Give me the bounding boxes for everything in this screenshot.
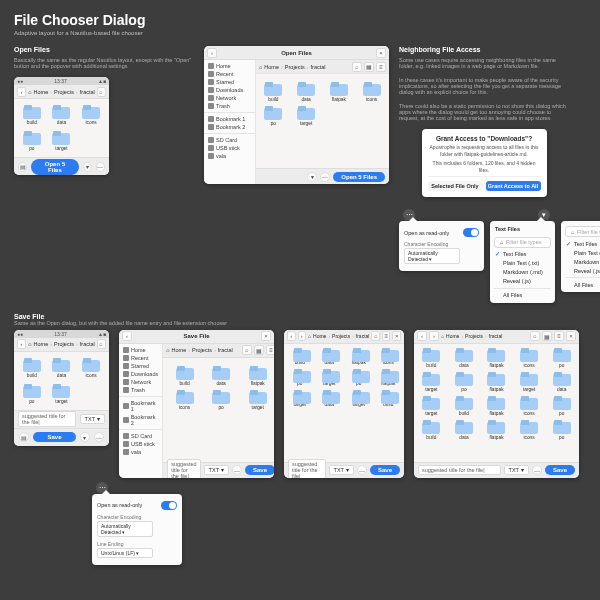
filter-item[interactable]: Reveal (.js) (561, 266, 600, 275)
options-icon[interactable]: ⋯ (232, 465, 242, 475)
back-button[interactable]: ‹ (17, 339, 26, 349)
options-icon[interactable]: ⋯ (320, 172, 330, 182)
folder-item[interactable]: target (516, 372, 543, 392)
folder-item[interactable]: target (347, 390, 371, 407)
sidebar-item[interactable]: Bookmark 2 (119, 413, 162, 427)
save-button[interactable]: Save (245, 465, 274, 475)
filter-search[interactable]: ⌕ Filter file types (494, 237, 551, 248)
breadcrumb[interactable]: ⌂Home›Projects›fractal (28, 341, 95, 347)
folder-item[interactable]: data (451, 348, 478, 368)
ext-dropdown[interactable]: TXT ▾ (329, 465, 354, 475)
folder-item[interactable]: data (48, 358, 76, 378)
sidebar-item-starred[interactable]: Starred (204, 78, 255, 86)
folder-item[interactable]: po (548, 396, 575, 416)
sidebar-item[interactable]: Starred (119, 362, 162, 370)
search-icon[interactable]: ⌕ (530, 331, 540, 341)
folder-item[interactable]: target (418, 396, 445, 416)
folder-item[interactable]: po (18, 131, 46, 151)
folder-item[interactable]: icons (167, 390, 202, 410)
folder-item[interactable]: target (293, 106, 320, 126)
line-ending-dropdown[interactable]: Unix/Linux (LF) ▾ (97, 548, 153, 558)
folder-item[interactable]: data (293, 82, 320, 102)
readonly-toggle[interactable] (161, 501, 177, 510)
folder-item[interactable]: data (204, 366, 239, 386)
folder-item[interactable]: build (418, 420, 445, 440)
sidebar-item-bookmark[interactable]: Bookmark 1 (204, 112, 255, 123)
folder-item[interactable]: data (451, 420, 478, 440)
sidebar-item-sdcard[interactable]: SD Card (204, 133, 255, 144)
forward-button[interactable]: › (429, 331, 439, 341)
sidebar-item[interactable]: Home (119, 346, 162, 354)
folder-item[interactable]: po (548, 348, 575, 368)
save-button[interactable]: Save (370, 465, 400, 475)
menu-icon[interactable]: ≡ (554, 331, 564, 341)
sidebar-item[interactable]: Downloads (119, 370, 162, 378)
search-icon[interactable]: ⌕ (97, 339, 106, 349)
selected-only-button[interactable]: Selected File Only (428, 181, 483, 191)
folder-item[interactable]: flatpak (326, 82, 353, 102)
sidebar-item-vala[interactable]: vala (204, 152, 255, 160)
sidebar-item-downloads[interactable]: Downloads (204, 86, 255, 94)
sidebar-item-home[interactable]: Home (204, 62, 255, 70)
close-icon[interactable]: × (261, 331, 271, 341)
ext-dropdown[interactable]: TXT ▾ (504, 465, 529, 475)
breadcrumb[interactable]: ⌂Home›Projects›fractal (441, 333, 528, 339)
encoding-dropdown[interactable]: Automatically Detected ▾ (97, 521, 153, 537)
sidebar-toggle-icon[interactable]: ▤ (18, 162, 27, 172)
back-button[interactable]: ‹ (207, 48, 217, 58)
folder-item[interactable]: build (377, 390, 401, 407)
folder-item[interactable]: po (347, 369, 371, 386)
filter-all[interactable]: All Files (490, 291, 555, 300)
sidebar-item-recent[interactable]: Recent (204, 70, 255, 78)
view-icon[interactable]: ▦ (542, 331, 552, 341)
view-icon[interactable]: ▦ (254, 345, 264, 355)
options-icon[interactable]: ⋯ (532, 465, 542, 475)
folder-item[interactable]: data (48, 105, 76, 125)
folder-item[interactable]: target (288, 390, 312, 407)
sidebar-item-usb[interactable]: USB stick (204, 144, 255, 152)
options-icon[interactable]: ⋯ (94, 432, 104, 442)
sidebar-item[interactable]: vala (119, 448, 162, 456)
folder-item[interactable]: target (48, 131, 76, 151)
folder-item[interactable]: target (48, 384, 76, 404)
filter-search[interactable]: ⌕ Filter file types (565, 226, 600, 237)
folder-item[interactable]: icons (77, 105, 105, 125)
options-icon[interactable]: ⋯ (357, 465, 367, 475)
folder-item[interactable]: icons (516, 396, 543, 416)
close-icon[interactable]: × (376, 48, 386, 58)
filter-item[interactable]: Markdown (.md) (561, 257, 600, 266)
folder-item[interactable]: po (18, 384, 46, 404)
breadcrumb[interactable]: ⌂Home›Projects›fractal (308, 333, 369, 339)
folder-item[interactable]: icons (77, 358, 105, 378)
menu-icon[interactable]: ≡ (376, 62, 386, 72)
folder-item[interactable]: build (451, 396, 478, 416)
sidebar-item[interactable]: USB stick (119, 440, 162, 448)
folder-item[interactable]: icons (516, 420, 543, 440)
folder-item[interactable]: flatpak (483, 420, 510, 440)
folder-item[interactable]: data (318, 348, 342, 365)
filter-item[interactable]: Reveal (.js) (490, 277, 555, 286)
filter-item[interactable]: ✓Text Files (561, 239, 600, 248)
back-button[interactable]: ‹ (17, 87, 26, 97)
folder-item[interactable]: data (548, 372, 575, 392)
sidebar-toggle-icon[interactable]: ▤ (19, 432, 29, 442)
search-icon[interactable]: ⌕ (242, 345, 252, 355)
folder-item[interactable]: po (288, 369, 312, 386)
folder-item[interactable]: flatpak (240, 366, 274, 386)
filter-icon[interactable]: ▾ (80, 432, 90, 442)
folder-item[interactable]: build (18, 105, 46, 125)
search-icon[interactable]: ⌕ (371, 331, 380, 341)
close-icon[interactable]: × (566, 331, 576, 341)
sidebar-item-bookmark[interactable]: Bookmark 2 (204, 123, 255, 131)
folder-item[interactable]: flatpak (483, 372, 510, 392)
grant-all-button[interactable]: Grant Access to All (486, 181, 541, 191)
breadcrumb[interactable]: ⌂Home›Projects›fractal (166, 347, 240, 353)
filter-item[interactable]: ✓Text Files (490, 250, 555, 259)
ext-dropdown[interactable]: TXT ▾ (80, 414, 105, 424)
encoding-dropdown[interactable]: Automatically Detected ▾ (404, 248, 460, 264)
folder-item[interactable]: icons (377, 348, 401, 365)
back-button[interactable]: ‹ (287, 331, 296, 341)
folder-item[interactable]: target (318, 369, 342, 386)
save-button[interactable]: Save (545, 465, 575, 475)
sidebar-item-network[interactable]: Network (204, 94, 255, 102)
